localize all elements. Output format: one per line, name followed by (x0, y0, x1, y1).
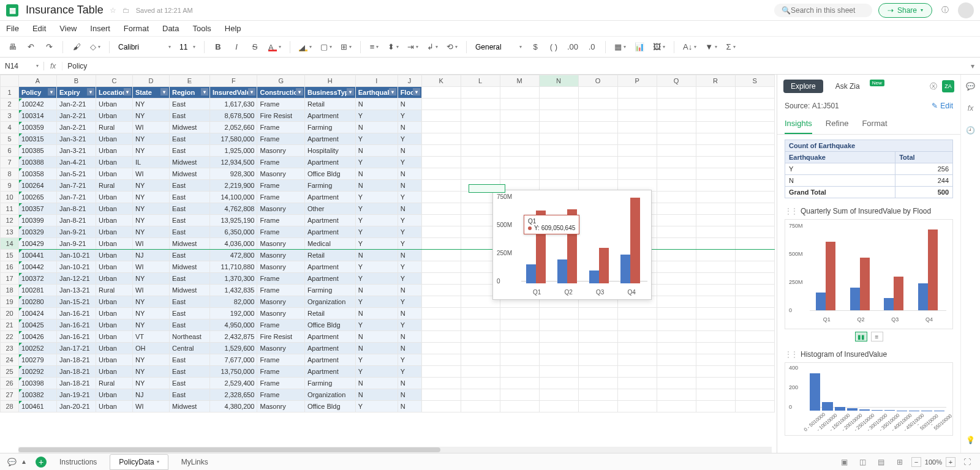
cell[interactable]: Frame (257, 180, 304, 192)
cell[interactable]: Urban (96, 226, 133, 238)
col-header-M[interactable]: M (500, 75, 539, 87)
cell[interactable]: N (398, 99, 421, 110)
cell[interactable]: 100357 (19, 203, 57, 215)
cell[interactable]: 7,677,000 (210, 354, 257, 366)
cell[interactable]: NY (133, 308, 170, 319)
cell[interactable]: 100461 (19, 401, 57, 412)
cell[interactable]: N (398, 168, 421, 180)
row-header[interactable]: 10 (1, 192, 19, 203)
cell[interactable]: Apartment (304, 192, 355, 203)
cell[interactable]: Rural (96, 180, 133, 192)
cell[interactable]: East (170, 250, 210, 261)
format-painter-icon[interactable]: 🖌 (70, 40, 83, 54)
cell[interactable]: Midwest (170, 168, 210, 180)
cell[interactable]: Office Bldg (304, 401, 355, 412)
cell[interactable]: 1,617,630 (210, 99, 257, 110)
cell[interactable]: 2,529,400 (210, 378, 257, 389)
col-header-P[interactable]: P (617, 75, 657, 87)
cell[interactable]: WI (133, 168, 170, 180)
cell[interactable]: NY (133, 366, 170, 378)
cell[interactable]: Jan-2-21 (57, 122, 96, 133)
cell[interactable]: Jan-4-21 (57, 157, 96, 168)
cell[interactable]: NJ (133, 389, 170, 401)
row-header[interactable]: 2 (1, 99, 19, 110)
cell[interactable]: Apartment (304, 354, 355, 366)
cell[interactable]: 100441 (19, 250, 57, 261)
chevron-down-icon[interactable]: ▾ (36, 63, 39, 69)
filter-toggle-icon[interactable]: ▾ (87, 88, 94, 95)
cell[interactable]: Urban (96, 250, 133, 261)
number-format-input[interactable] (475, 43, 518, 51)
cell[interactable]: NY (133, 273, 170, 285)
cell[interactable]: Frame (257, 389, 304, 401)
cell[interactable]: Y (398, 192, 421, 203)
cell[interactable]: Retail (304, 250, 355, 261)
cell[interactable]: Jan-9-21 (57, 238, 96, 250)
menu-data[interactable]: Data (162, 24, 179, 33)
cell[interactable]: NJ (133, 250, 170, 261)
cell[interactable]: 4,380,200 (210, 401, 257, 412)
cell[interactable]: Frame (257, 319, 304, 331)
star-icon[interactable]: ☆ (110, 6, 116, 15)
filter-toggle-icon[interactable]: ▾ (160, 88, 168, 95)
rotate-icon[interactable]: ⟲ (445, 40, 459, 54)
cell[interactable]: Urban (96, 145, 133, 157)
cell[interactable]: N (355, 145, 398, 157)
cell[interactable]: East (170, 226, 210, 238)
history-icon[interactable]: 🕘 (965, 125, 976, 136)
cell[interactable]: Jan-3-21 (57, 145, 96, 157)
italic-icon[interactable]: I (230, 40, 243, 54)
percent-icon[interactable]: ( ) (548, 40, 560, 54)
font-name-input[interactable] (118, 43, 167, 51)
cell[interactable]: Jan-7-21 (57, 192, 96, 203)
cell[interactable]: WI (133, 238, 170, 250)
cell[interactable]: 82,000 (210, 296, 257, 308)
sheet-search[interactable]: 🔍 (774, 4, 872, 17)
cell[interactable]: Urban (96, 133, 133, 145)
cell[interactable]: East (170, 180, 210, 192)
row-header[interactable]: 18 (1, 285, 19, 296)
cell[interactable]: Apartment (304, 226, 355, 238)
cell[interactable]: 100372 (19, 273, 57, 285)
cell[interactable]: Urban (96, 110, 133, 122)
table-header-flood[interactable]: Flood▾ (398, 87, 421, 99)
fill-color-icon[interactable]: ◢ (298, 40, 313, 54)
cell[interactable]: Jan-19-21 (57, 389, 96, 401)
bold-icon[interactable]: B (212, 40, 224, 54)
row-header[interactable]: 9 (1, 180, 19, 192)
cell[interactable]: Masonry (257, 296, 304, 308)
cell[interactable]: East (170, 354, 210, 366)
menu-insert[interactable]: Insert (90, 24, 110, 33)
cell[interactable]: East (170, 145, 210, 157)
sum-icon[interactable]: Σ (725, 40, 737, 54)
cell[interactable]: Jan-18-21 (57, 378, 96, 389)
chart-selection-handle[interactable] (469, 184, 505, 193)
filter-toggle-icon[interactable]: ▾ (248, 88, 255, 95)
cell[interactable]: Y (398, 215, 421, 226)
cell[interactable]: N (398, 343, 421, 354)
cell[interactable]: Jan-12-21 (57, 273, 96, 285)
cell[interactable]: Y (355, 203, 398, 215)
cell[interactable]: Frame (257, 133, 304, 145)
cell[interactable]: NY (133, 203, 170, 215)
cell[interactable]: Masonry (257, 203, 304, 215)
cell[interactable]: Retail (304, 308, 355, 319)
cell[interactable]: Urban (96, 168, 133, 180)
cell[interactable]: Jan-15-21 (57, 296, 96, 308)
col-header-A[interactable]: A (19, 75, 57, 87)
cell[interactable]: 13,750,000 (210, 366, 257, 378)
cell[interactable]: N (398, 122, 421, 133)
row-header[interactable]: 5 (1, 133, 19, 145)
col-header-C[interactable]: C (96, 75, 133, 87)
cell[interactable]: Urban (96, 343, 133, 354)
filter-toggle-icon[interactable]: ▾ (124, 88, 131, 95)
cell[interactable]: 100398 (19, 378, 57, 389)
cell[interactable]: Y (355, 401, 398, 412)
cell[interactable]: Jan-20-21 (57, 401, 96, 412)
row-header[interactable]: 14 (1, 238, 19, 250)
cell[interactable]: 100359 (19, 122, 57, 133)
cell[interactable]: Apartment (304, 261, 355, 273)
cell[interactable]: Urban (96, 99, 133, 110)
view-mode-1-icon[interactable]: ▣ (838, 455, 851, 469)
row-header[interactable]: 11 (1, 203, 19, 215)
